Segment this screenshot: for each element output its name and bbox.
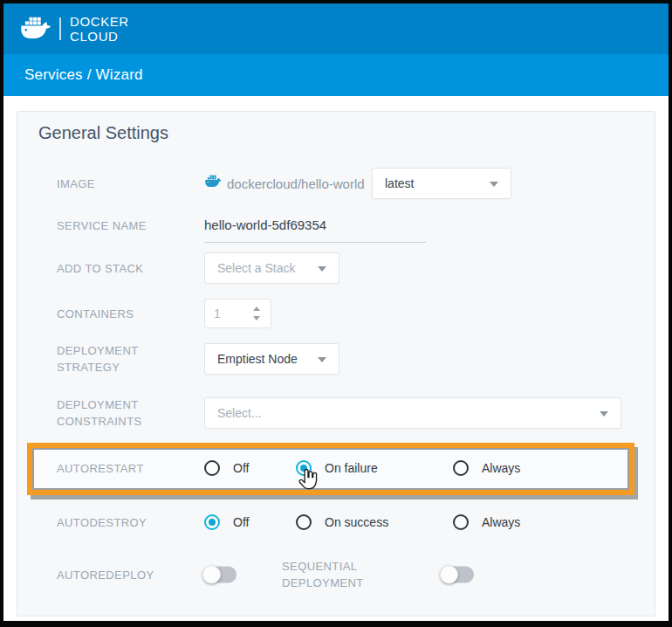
image-label: IMAGE — [57, 177, 95, 190]
radio-on-success-label[interactable]: On success — [325, 515, 388, 529]
sequential-deployment-label: SEQUENTIAL DEPLOYMENT — [282, 558, 364, 591]
containers-label: CONTAINERS — [57, 307, 134, 320]
deployment-constraints-placeholder: Select... — [217, 406, 262, 420]
image-tag-value: latest — [385, 176, 414, 190]
chevron-down-icon — [600, 411, 608, 417]
chevron-down-icon — [318, 266, 326, 272]
deployment-constraints-label: DEPLOYMENT CONSTRAINTS — [57, 396, 142, 430]
autodestroy-option-off[interactable]: Off — [204, 513, 249, 532]
stack-select[interactable]: Select a Stack — [204, 252, 339, 284]
radio-off-label[interactable]: Off — [233, 515, 249, 529]
breadcrumb-bar: Services / Wizard — [3, 54, 669, 96]
add-to-stack-label: ADD TO STACK — [57, 262, 143, 275]
autorestart-option-always[interactable]: Always — [453, 458, 520, 478]
stack-select-placeholder: Select a Stack — [217, 261, 296, 275]
radio-off-label[interactable]: Off — [233, 461, 249, 475]
radio-always[interactable] — [453, 514, 469, 530]
brand-wordmark: DOCKER CLOUD — [70, 14, 129, 44]
radio-off[interactable] — [204, 460, 220, 476]
radio-on-failure-label[interactable]: On failure — [325, 461, 378, 475]
stepper-down-icon[interactable] — [253, 316, 260, 320]
service-name-input[interactable]: hello-world-5df69354 — [204, 208, 426, 243]
docker-whale-logo — [19, 16, 52, 42]
radio-on-success[interactable] — [296, 514, 312, 530]
top-app-bar: DOCKER CLOUD — [3, 3, 669, 54]
toggle-knob — [202, 566, 221, 584]
containers-stepper[interactable]: 1 — [204, 299, 271, 328]
autoredeploy-label: AUTOREDEPLOY — [57, 568, 154, 582]
autorestart-label: AUTORESTART — [57, 462, 144, 475]
radio-always-label[interactable]: Always — [482, 461, 520, 475]
deployment-strategy-select[interactable]: Emptiest Node — [204, 343, 339, 375]
docker-cloud-wizard-screen: DOCKER CLOUD Services / Wizard General S… — [0, 0, 672, 627]
brand-divider — [59, 17, 61, 40]
service-name-label: SERVICE NAME — [57, 219, 147, 232]
containers-value: 1 — [214, 307, 221, 320]
panel-title: General Settings — [38, 123, 168, 143]
deployment-strategy-value: Emptiest Node — [217, 352, 298, 366]
radio-always[interactable] — [453, 460, 469, 476]
deployment-constraints-select[interactable]: Select... — [204, 397, 621, 429]
autorestart-option-on-failure[interactable]: On failure — [296, 458, 378, 478]
breadcrumb[interactable]: Services / Wizard — [24, 66, 143, 84]
radio-always-label[interactable]: Always — [482, 515, 520, 529]
chevron-down-icon — [318, 357, 326, 362]
stepper-up-icon[interactable] — [253, 307, 260, 311]
deployment-strategy-label: DEPLOYMENT STRATEGY — [57, 342, 139, 376]
brand-home-link[interactable]: DOCKER CLOUD — [19, 8, 129, 50]
autorestart-option-off[interactable]: Off — [204, 458, 249, 478]
radio-off[interactable] — [204, 514, 220, 530]
autodestroy-option-on-success[interactable]: On success — [296, 513, 388, 532]
autodestroy-option-always[interactable]: Always — [453, 513, 520, 532]
general-settings-panel: General Settings IMAGE — [17, 111, 655, 617]
toggle-knob — [440, 566, 458, 584]
autoredeploy-toggle[interactable] — [204, 567, 237, 583]
docker-whale-icon — [204, 175, 223, 192]
chevron-down-icon — [490, 182, 498, 187]
service-name-value: hello-world-5df69354 — [204, 217, 326, 232]
radio-on-failure[interactable] — [296, 460, 312, 476]
image-name-text: dockercloud/hello-world — [227, 176, 365, 191]
sequential-deployment-toggle[interactable] — [442, 567, 474, 583]
autodestroy-label: AUTODESTROY — [57, 516, 147, 529]
image-tag-select[interactable]: latest — [372, 168, 511, 199]
